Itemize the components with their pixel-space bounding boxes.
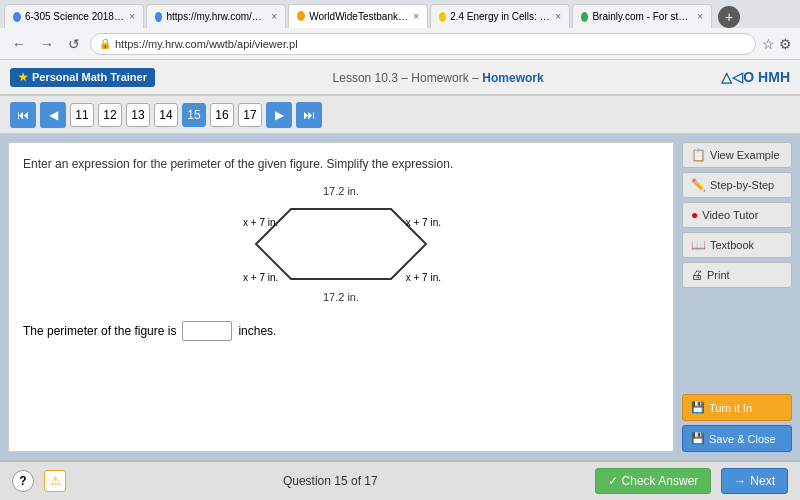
reload-btn[interactable]: ↺	[64, 34, 84, 54]
answer-input[interactable]	[182, 321, 232, 341]
app-logo: ★ Personal Math Trainer	[10, 68, 155, 87]
print-btn[interactable]: 🖨 Print	[682, 262, 792, 288]
page-12[interactable]: 12	[98, 103, 122, 127]
page-16[interactable]: 16	[210, 103, 234, 127]
question-counter: Question 15 of 17	[76, 474, 585, 488]
tab-close-3[interactable]: ×	[413, 11, 419, 22]
textbook-btn[interactable]: 📖 Textbook	[682, 232, 792, 258]
next-btn[interactable]: → Next	[721, 468, 788, 494]
tab-close-1[interactable]: ×	[129, 11, 135, 22]
first-page-btn[interactable]: ⏮	[10, 102, 36, 128]
right-top-label: x + 7 in.	[406, 217, 441, 228]
lesson-title: Lesson 10.3 – Homework – Homework	[333, 70, 544, 85]
question-instruction: Enter an expression for the perimeter of…	[23, 157, 659, 171]
page-14[interactable]: 14	[154, 103, 178, 127]
video-tutor-btn[interactable]: ● Video Tutor	[682, 202, 792, 228]
video-icon: ●	[691, 208, 698, 222]
answer-suffix: inches.	[238, 324, 276, 338]
video-label: Video Tutor	[702, 209, 758, 221]
side-panel: 📋 View Example ✏️ Step-by-Step ● Video T…	[682, 142, 792, 452]
page-15-active[interactable]: 15	[182, 103, 206, 127]
page-11[interactable]: 11	[70, 103, 94, 127]
bottom-bar: ? ⚠ Question 15 of 17 ✓ Check Answer → N…	[0, 460, 800, 500]
svg-marker-0	[256, 209, 426, 279]
textbook-label: Textbook	[710, 239, 754, 251]
top-label: 17.2 in.	[323, 185, 359, 197]
check-answer-btn[interactable]: ✓ Check Answer	[595, 468, 712, 494]
next-page-btn[interactable]: ▶	[266, 102, 292, 128]
back-btn[interactable]: ←	[8, 34, 30, 54]
lesson-name: Homework	[482, 71, 543, 85]
bottom-label: 17.2 in.	[323, 291, 359, 303]
lesson-prefix: Lesson 10.3 – Homework –	[333, 71, 479, 85]
tab-1[interactable]: 6-305 Science 2018-19 Mr... ×	[4, 4, 144, 28]
tab-2[interactable]: https://my.hrw.com/dashboar... ×	[146, 4, 286, 28]
star-icon[interactable]: ☆	[762, 36, 775, 52]
save-icon: 💾	[691, 432, 705, 445]
content-panel: Enter an expression for the perimeter of…	[8, 142, 674, 452]
extension-icon[interactable]: ⚙	[779, 36, 792, 52]
logo-star-icon: ★	[18, 71, 28, 84]
textbook-icon: 📖	[691, 238, 706, 252]
next-arrow-icon: →	[734, 474, 746, 488]
logo-text: Personal Math Trainer	[32, 71, 147, 83]
check-icon: ✓	[608, 474, 618, 488]
print-label: Print	[707, 269, 730, 281]
tab-close-5[interactable]: ×	[697, 11, 703, 22]
address-bar[interactable]: 🔒 https://my.hrw.com/wwtb/api/viewer.pl	[90, 33, 756, 55]
turn-in-btn[interactable]: 💾 Turn it In	[682, 394, 792, 421]
view-example-btn[interactable]: 📋 View Example	[682, 142, 792, 168]
answer-prefix: The perimeter of the figure is	[23, 324, 176, 338]
browser-tabs: 6-305 Science 2018-19 Mr... × https://my…	[0, 0, 800, 28]
app-header: ★ Personal Math Trainer Lesson 10.3 – Ho…	[0, 60, 800, 96]
main-area: Enter an expression for the perimeter of…	[0, 134, 800, 460]
prev-page-btn[interactable]: ◀	[40, 102, 66, 128]
forward-btn[interactable]: →	[36, 34, 58, 54]
url-text: https://my.hrw.com/wwtb/api/viewer.pl	[115, 38, 298, 50]
hmh-logo: △◁O HMH	[721, 69, 790, 85]
save-close-label: Save & Close	[709, 433, 776, 445]
page-13[interactable]: 13	[126, 103, 150, 127]
right-bottom-label: x + 7 in.	[406, 272, 441, 283]
tab-3-active[interactable]: WorldWideTestbank Viewer ×	[288, 4, 428, 28]
print-icon: 🖨	[691, 268, 703, 282]
step-label: Step-by-Step	[710, 179, 774, 191]
view-example-label: View Example	[710, 149, 780, 161]
warning-btn[interactable]: ⚠	[44, 470, 66, 492]
step-by-step-btn[interactable]: ✏️ Step-by-Step	[682, 172, 792, 198]
turn-in-label: Turn it In	[709, 402, 752, 414]
next-label: Next	[750, 474, 775, 488]
nav-bar: ← → ↺ 🔒 https://my.hrw.com/wwtb/api/view…	[0, 28, 800, 60]
save-close-btn[interactable]: 💾 Save & Close	[682, 425, 792, 452]
page-17[interactable]: 17	[238, 103, 262, 127]
left-top-label: x + 7 in.	[243, 217, 278, 228]
tab-close-4[interactable]: ×	[555, 11, 561, 22]
left-bottom-label: x + 7 in.	[243, 272, 278, 283]
answer-row: The perimeter of the figure is inches.	[23, 321, 659, 341]
figure-area: 17.2 in. x + 7 in. x + 7 in. x + 7 in. x…	[23, 183, 659, 305]
view-example-icon: 📋	[691, 148, 706, 162]
check-answer-label: Check Answer	[622, 474, 699, 488]
lock-icon: 🔒	[99, 38, 111, 49]
nav-icons: ☆ ⚙	[762, 36, 792, 52]
pagination-bar: ⏮ ◀ 11 12 13 14 15 16 17 ▶ ⏭	[0, 96, 800, 134]
tab-4[interactable]: 2.4 Energy in Cells: Cellular R... ×	[430, 4, 570, 28]
step-icon: ✏️	[691, 178, 706, 192]
turn-in-icon: 💾	[691, 401, 705, 414]
tab-5[interactable]: Brainly.com - For students. B... ×	[572, 4, 712, 28]
last-page-btn[interactable]: ⏭	[296, 102, 322, 128]
help-btn[interactable]: ?	[12, 470, 34, 492]
new-tab-btn[interactable]: +	[718, 6, 740, 28]
tab-close-2[interactable]: ×	[271, 11, 277, 22]
